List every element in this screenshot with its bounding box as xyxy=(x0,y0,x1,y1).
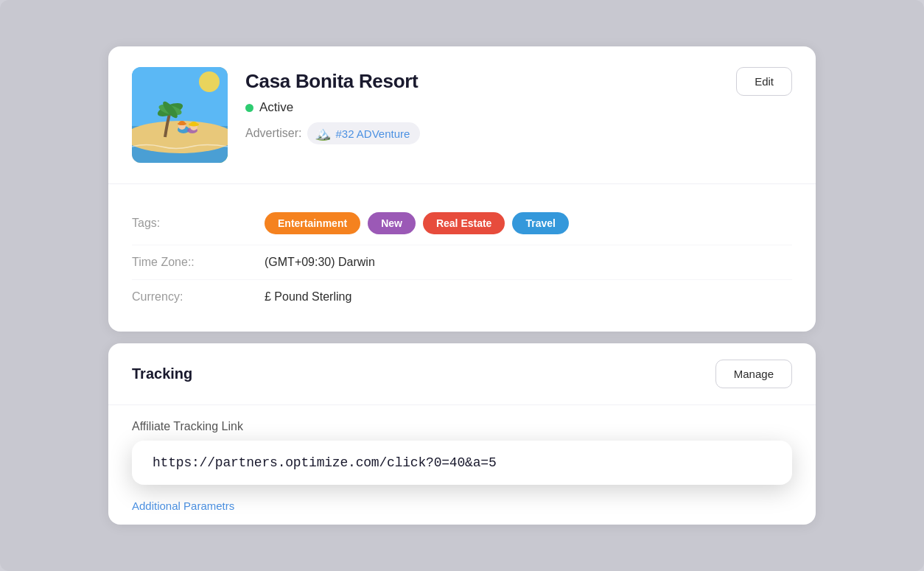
advertiser-emoji: 🏔️ xyxy=(315,125,331,141)
resort-card: Casa Bonita Resort Active Advertiser: 🏔️… xyxy=(108,46,816,332)
status-dot xyxy=(245,104,253,112)
main-container: Casa Bonita Resort Active Advertiser: 🏔️… xyxy=(108,46,816,525)
tracking-card: Tracking Manage Affiliate Tracking Link … xyxy=(108,343,816,525)
svg-point-10 xyxy=(179,121,185,125)
resort-title: Casa Bonita Resort xyxy=(245,70,792,93)
manage-button[interactable]: Manage xyxy=(715,360,792,388)
additional-params-link[interactable]: Additional Parametrs xyxy=(132,500,234,512)
tag-travel: Travel xyxy=(512,212,568,234)
tags-container: Entertainment New Real Estate Travel xyxy=(265,212,569,234)
currency-label: Currency: xyxy=(132,290,265,304)
tag-entertainment: Entertainment xyxy=(265,212,360,234)
tracking-header: Tracking Manage xyxy=(108,343,816,404)
tag-new: New xyxy=(368,212,416,234)
tag-real-estate: Real Estate xyxy=(423,212,505,234)
tracking-title: Tracking xyxy=(132,365,192,382)
advertiser-badge[interactable]: 🏔️ #32 ADVenture xyxy=(307,122,420,144)
advertiser-link[interactable]: #32 ADVenture xyxy=(335,127,410,140)
url-text: https://partners.optimize.com/click?0=40… xyxy=(153,455,496,470)
currency-row: Currency: £ Pound Sterling xyxy=(132,279,792,314)
status-text: Active xyxy=(259,100,293,115)
currency-value: £ Pound Sterling xyxy=(265,290,351,304)
tracking-body: Affiliate Tracking Link https://partners… xyxy=(108,405,816,494)
resort-header: Casa Bonita Resort Active Advertiser: 🏔️… xyxy=(108,46,816,183)
tracking-link-label: Affiliate Tracking Link xyxy=(132,420,792,433)
resort-info: Casa Bonita Resort Active Advertiser: 🏔️… xyxy=(245,67,792,144)
svg-point-1 xyxy=(199,71,220,92)
timezone-label: Time Zone:: xyxy=(132,256,265,269)
resort-image xyxy=(132,67,228,163)
svg-point-14 xyxy=(191,122,197,126)
details-section: Tags: Entertainment New Real Estate Trav… xyxy=(108,184,816,332)
edit-button[interactable]: Edit xyxy=(736,67,792,96)
advertiser-row: Advertiser: 🏔️ #32 ADVenture xyxy=(245,122,792,144)
timezone-value: (GMT+09:30) Darwin xyxy=(265,256,375,269)
advertiser-label: Advertiser: xyxy=(245,127,301,140)
timezone-row: Time Zone:: (GMT+09:30) Darwin xyxy=(132,245,792,279)
tags-row: Tags: Entertainment New Real Estate Trav… xyxy=(132,202,792,245)
header-content: Casa Bonita Resort Active Advertiser: 🏔️… xyxy=(132,67,792,163)
page-wrapper: Casa Bonita Resort Active Advertiser: 🏔️… xyxy=(0,0,924,571)
additional-params: Additional Parametrs xyxy=(108,494,816,525)
tags-label: Tags: xyxy=(132,217,265,230)
url-tooltip: https://partners.optimize.com/click?0=40… xyxy=(132,441,792,485)
status-row: Active xyxy=(245,100,792,115)
